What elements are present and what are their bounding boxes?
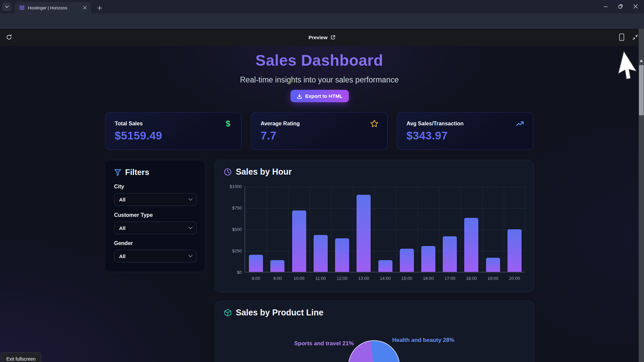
stat-value: 7.7 bbox=[261, 129, 276, 142]
customer-type-select[interactable]: All bbox=[114, 222, 197, 234]
stat-card-average-rating: Average Rating 7.7 bbox=[251, 112, 388, 150]
gridline-vertical bbox=[310, 187, 310, 273]
hour-bar bbox=[314, 235, 328, 272]
minimize-icon[interactable] bbox=[598, 0, 613, 13]
hour-bar bbox=[443, 236, 457, 272]
new-tab-button[interactable] bbox=[95, 4, 104, 12]
sales-by-hour-title: Sales by Hour bbox=[236, 167, 292, 177]
page-subtitle: Real-time insights into your sales perfo… bbox=[0, 75, 639, 84]
customer-type-select-value: All bbox=[119, 225, 125, 231]
y-tick-label: $250 bbox=[216, 248, 242, 253]
sales-by-hour-plot: $0$250$500$750$10008:009:0010:0011:0012:… bbox=[245, 187, 525, 273]
download-icon bbox=[297, 94, 302, 99]
hour-bar bbox=[292, 210, 306, 272]
gridline-vertical bbox=[439, 187, 439, 273]
preview-label: Preview bbox=[309, 35, 328, 40]
gridline-vertical bbox=[461, 187, 461, 273]
hour-bar bbox=[464, 218, 478, 272]
stat-value: $343.97 bbox=[407, 129, 448, 142]
browser-tab[interactable]: Hostinger | Horizons bbox=[15, 2, 91, 13]
hour-bar bbox=[486, 258, 500, 272]
close-icon[interactable] bbox=[628, 0, 643, 13]
filter-funnel-icon bbox=[114, 169, 121, 176]
chevron-down-icon bbox=[189, 198, 193, 201]
cube-icon bbox=[224, 309, 232, 317]
y-tick-label: $0 bbox=[216, 270, 242, 275]
stat-label: Average Rating bbox=[261, 121, 300, 127]
hour-bar bbox=[421, 246, 435, 272]
page-scrollbar[interactable] bbox=[639, 29, 644, 362]
mobile-view-icon[interactable] bbox=[617, 33, 626, 42]
city-select[interactable]: All bbox=[114, 193, 197, 206]
gender-select-value: All bbox=[119, 253, 125, 259]
city-select-value: All bbox=[119, 197, 125, 202]
gridline-horizontal bbox=[245, 208, 525, 208]
pie-label-sports-and-travel: Sports and travel 21% bbox=[294, 340, 354, 347]
gridline-horizontal bbox=[245, 230, 525, 230]
tab-title: Hostinger | Horizons bbox=[28, 5, 67, 10]
preview-title-group[interactable]: Preview bbox=[0, 29, 644, 46]
y-tick-label: $500 bbox=[216, 227, 242, 232]
gridline-vertical bbox=[525, 187, 526, 273]
sales-by-hour-card: Sales by Hour $0$250$500$750$10008:009:0… bbox=[215, 160, 534, 292]
stat-card-avg-sales-transaction: Avg Sales/Transaction $343.97 bbox=[397, 112, 533, 150]
x-tick-label: 18:00 bbox=[461, 276, 481, 281]
gridline-horizontal bbox=[245, 187, 525, 187]
x-tick-label: 10:00 bbox=[289, 276, 309, 281]
pie-label-health-and-beauty: Health and beauty 28% bbox=[392, 337, 454, 344]
sales-by-product-line-title: Sales by Product Line bbox=[236, 308, 323, 317]
x-tick-label: 16:00 bbox=[418, 276, 438, 281]
hour-bar bbox=[270, 260, 284, 272]
filters-panel: Filters City All Customer Type All Gende… bbox=[105, 160, 205, 272]
filter-label-gender: Gender bbox=[114, 240, 133, 246]
x-tick-label: 19:00 bbox=[483, 276, 503, 281]
stat-value: $5159.49 bbox=[115, 129, 162, 142]
chevron-down-icon bbox=[189, 227, 193, 229]
sales-by-product-line-card: Sales by Product Line Sports and travel … bbox=[215, 301, 534, 362]
stat-card-total-sales: Total Sales $ $5159.49 bbox=[105, 112, 241, 150]
hour-bar bbox=[507, 229, 522, 272]
x-tick-label: 14:00 bbox=[375, 276, 395, 281]
clock-icon bbox=[224, 168, 232, 176]
y-tick-label: $1000 bbox=[216, 184, 242, 189]
gridline-vertical bbox=[374, 187, 375, 273]
restore-icon[interactable] bbox=[613, 0, 628, 13]
x-tick-label: 12:00 bbox=[332, 276, 352, 281]
gridline-vertical bbox=[482, 187, 483, 273]
gridline-vertical bbox=[418, 187, 418, 273]
star-icon bbox=[370, 119, 379, 128]
gender-select[interactable]: All bbox=[114, 250, 197, 262]
gridline-vertical bbox=[353, 187, 353, 273]
gridline-vertical bbox=[267, 187, 267, 273]
page-title: Sales Dashboard bbox=[0, 51, 639, 69]
chevron-down-icon bbox=[189, 255, 193, 257]
browser-titlebar: Hostinger | Horizons bbox=[0, 0, 644, 13]
hour-bar bbox=[400, 249, 414, 272]
stat-label: Avg Sales/Transaction bbox=[407, 121, 464, 127]
x-tick-label: 15:00 bbox=[397, 276, 417, 281]
hour-bar bbox=[378, 260, 392, 272]
trend-up-icon bbox=[516, 119, 524, 128]
x-tick-label: 20:00 bbox=[504, 276, 525, 281]
hour-bar bbox=[249, 255, 263, 272]
x-tick-label: 13:00 bbox=[354, 276, 374, 281]
hostinger-favicon-icon bbox=[19, 5, 25, 11]
gridline-horizontal bbox=[245, 251, 525, 251]
x-tick-label: 9:00 bbox=[267, 276, 287, 281]
gridline-vertical bbox=[504, 187, 504, 273]
stat-label: Total Sales bbox=[115, 121, 143, 127]
export-to-html-button[interactable]: Export to HTML bbox=[290, 90, 349, 102]
hour-bar bbox=[357, 195, 371, 272]
x-tick-label: 8:00 bbox=[246, 276, 266, 281]
open-external-icon[interactable] bbox=[330, 35, 335, 40]
filter-label-city: City bbox=[114, 184, 124, 190]
tab-close-icon[interactable] bbox=[82, 5, 88, 11]
filter-label-customer-type: Customer Type bbox=[114, 212, 153, 218]
x-tick-label: 17:00 bbox=[440, 276, 460, 281]
dollar-icon: $ bbox=[224, 119, 232, 128]
export-button-label: Export to HTML bbox=[305, 93, 343, 99]
browser-toolbar: horizons.hostinger.com/bc64b04b-71a8-48f… bbox=[0, 13, 644, 29]
tab-search-button[interactable] bbox=[2, 2, 11, 11]
gridline-vertical bbox=[288, 187, 288, 273]
chevron-down-icon bbox=[5, 6, 9, 8]
